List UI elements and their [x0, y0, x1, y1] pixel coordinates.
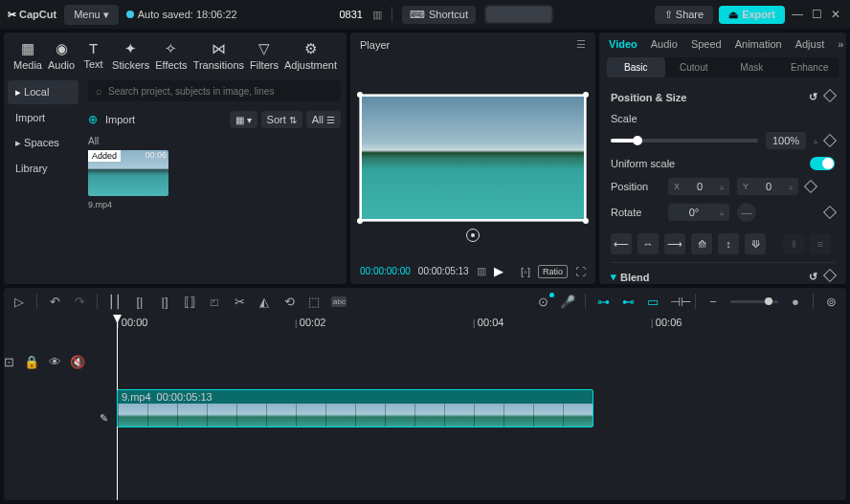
pencil-icon[interactable]: ✎ [100, 412, 108, 425]
export-button[interactable]: ⏏ Export [719, 6, 785, 24]
cut-icon[interactable]: ✂ [232, 295, 247, 309]
transform-indicator-icon[interactable] [466, 229, 480, 242]
scale-keyframe-icon[interactable] [823, 134, 837, 147]
menu-button[interactable]: Menu ▾ [64, 5, 119, 25]
chevron-down-icon[interactable]: ▾ [611, 271, 616, 283]
keyframe-icon[interactable] [823, 89, 837, 102]
trim-left-icon[interactable]: [| [132, 295, 147, 309]
player-menu-icon[interactable]: ☰ [576, 38, 586, 51]
pointer-tool-icon[interactable]: ▷ [11, 295, 27, 309]
grid-icon[interactable]: ▥ [477, 265, 486, 277]
fullscreen-icon[interactable]: ⛶ [575, 266, 586, 277]
media-thumbnail[interactable]: Added 00:06 9.mp4 [88, 150, 168, 209]
align-top-button[interactable]: ⟰ [691, 233, 712, 254]
tab-audio[interactable]: ◉Audio [46, 36, 77, 75]
section-blend[interactable]: Blend [620, 272, 650, 283]
align-center-v-button[interactable]: ↕ [718, 233, 739, 254]
rtab-video[interactable]: Video [609, 38, 638, 50]
scale-slider[interactable] [611, 139, 758, 142]
view-toggle-button[interactable]: ▦ ▾ [230, 111, 257, 128]
video-clip[interactable]: 9.mp400:00:05:13 [117, 389, 593, 427]
subtab-cutout[interactable]: Cutout [665, 57, 724, 77]
crop-icon[interactable]: ⬚ [306, 295, 322, 309]
reset-icon[interactable]: ↺ [809, 91, 817, 103]
play-button[interactable]: ▶ [494, 264, 503, 278]
share-button[interactable]: ⇧ Share [655, 6, 713, 24]
rtab-animation[interactable]: Animation [735, 38, 782, 50]
subtab-mask[interactable]: Mask [723, 57, 781, 77]
freeze-icon[interactable]: ◭ [257, 295, 272, 309]
zoom-in-icon[interactable]: ● [788, 295, 803, 309]
align-center-h-button[interactable]: ↔ [638, 233, 659, 254]
undo-icon[interactable]: ↶ [47, 295, 62, 309]
tab-transitions[interactable]: ⋈Transitions [191, 36, 246, 75]
rtab-audio[interactable]: Audio [651, 38, 678, 50]
bracket-icon[interactable]: ⟦⟧ [182, 295, 197, 309]
align-right-button[interactable]: ⟶ [664, 233, 685, 254]
layout-icon[interactable]: ▥ [372, 9, 382, 21]
search-input[interactable]: ⌕ [88, 80, 341, 101]
tab-text[interactable]: TText [78, 36, 108, 75]
close-icon[interactable]: ✕ [829, 8, 842, 21]
rtab-speed[interactable]: Speed [691, 38, 722, 50]
rtab-adjust[interactable]: Adjust [795, 38, 825, 50]
scale-value[interactable]: 100% [766, 132, 806, 149]
reverse-icon[interactable]: ⟲ [281, 295, 297, 309]
align-left-button[interactable]: ⟵ [611, 233, 632, 254]
project-name[interactable]: 0831 [340, 9, 363, 20]
scale-stepper[interactable]: ▵ [814, 137, 817, 145]
position-y-input[interactable]: Y0▵ [737, 178, 798, 195]
align-bottom-button[interactable]: ⟱ [745, 233, 766, 254]
time-ruler[interactable]: | 00:00 | 00:02 | 00:04 | 00:06 [82, 315, 846, 332]
track-settings-icon[interactable]: ⊡ [1, 355, 16, 369]
preview-canvas[interactable] [359, 94, 587, 222]
position-x-input[interactable]: X0▵ [668, 178, 729, 195]
sidebar-item-local[interactable]: ▸ Local [8, 80, 78, 104]
tab-filters[interactable]: ▽Filters [248, 36, 280, 75]
mic-icon[interactable]: 🎤 [560, 295, 575, 309]
collapse-icon[interactable]: ⊣⊢ [670, 295, 685, 309]
tab-effects[interactable]: ✧Effects [153, 36, 189, 75]
sidebar-item-import[interactable]: Import [8, 106, 78, 129]
minimize-icon[interactable]: — [791, 8, 804, 21]
sidebar-item-spaces[interactable]: ▸ Spaces [8, 131, 78, 155]
more-tabs-icon[interactable]: » [838, 38, 843, 50]
timeline-tracks[interactable]: | 00:00 | 00:02 | 00:04 | 00:06 ✎ 9.mp40… [82, 315, 846, 500]
preview-toggle-icon[interactable]: ▭ [645, 295, 660, 309]
maximize-icon[interactable]: ☐ [810, 8, 823, 21]
focus-icon[interactable]: [◦] [521, 266, 530, 277]
snap-icon[interactable]: ⊷ [620, 295, 636, 309]
rotate-flip-icon[interactable]: — [737, 203, 756, 222]
tab-adjustment[interactable]: ⚙Adjustment [282, 36, 339, 75]
preview-area[interactable] [350, 56, 595, 258]
tab-stickers[interactable]: ✦Stickers [110, 36, 151, 75]
lock-icon[interactable]: 🔒 [24, 355, 39, 369]
zoom-slider[interactable] [730, 300, 778, 303]
redo-icon[interactable]: ↷ [72, 295, 87, 309]
trim-right-icon[interactable]: |] [157, 295, 172, 309]
delete-icon[interactable]: ⏍ [207, 295, 222, 309]
ratio-button[interactable]: Ratio [538, 265, 568, 278]
fit-icon[interactable]: ⊚ [823, 295, 839, 309]
rotate-keyframe-icon[interactable] [823, 206, 837, 219]
thumb-filename: 9.mp4 [88, 200, 168, 209]
subtab-basic[interactable]: Basic [607, 57, 665, 77]
rotate-input[interactable]: 0°▵ [668, 204, 729, 221]
sort-button[interactable]: Sort ⇅ [261, 111, 302, 128]
link-icon[interactable]: ⊶ [595, 295, 611, 309]
tab-media[interactable]: ▦Media [11, 36, 44, 75]
sidebar-item-library[interactable]: Library [8, 157, 78, 180]
uniform-scale-toggle[interactable] [810, 157, 835, 170]
filter-all-button[interactable]: All ☰ [306, 111, 341, 128]
blend-reset-icon[interactable]: ↺ [809, 271, 817, 283]
import-button[interactable]: Import [105, 114, 135, 125]
zoom-out-icon[interactable]: − [705, 295, 721, 309]
position-keyframe-icon[interactable] [804, 180, 817, 193]
visibility-icon[interactable]: 👁 [47, 355, 62, 369]
blend-keyframe-icon[interactable] [823, 269, 837, 282]
shortcut-button[interactable]: ⌨ Shortcut [402, 6, 476, 24]
magnet-icon[interactable]: ⊙ [535, 295, 550, 309]
caption-icon[interactable]: abc [331, 296, 347, 307]
subtab-enhance[interactable]: Enhance [781, 57, 839, 77]
split-icon[interactable]: ⎮⎮ [107, 295, 123, 309]
